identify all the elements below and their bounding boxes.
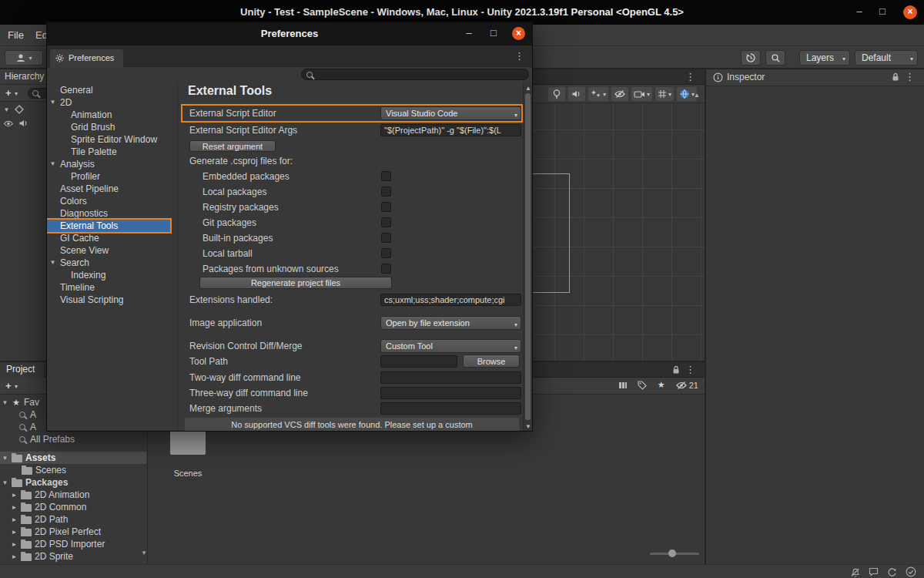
- tree-fav-item[interactable]: All Prefabs: [0, 433, 146, 445]
- lock-icon[interactable]: [672, 365, 680, 375]
- dialog-close-button[interactable]: ×: [512, 27, 525, 40]
- regenerate-project-files-button[interactable]: Regenerate project files: [199, 277, 392, 289]
- registry-packages-checkbox[interactable]: [381, 202, 391, 212]
- notifications-muted-icon[interactable]: [850, 567, 860, 577]
- scene-menu-button[interactable]: ⋮: [685, 70, 695, 84]
- thumbnail-zoom-slider[interactable]: [650, 553, 699, 555]
- prefs-nav-tile-palette[interactable]: Tile Palette: [47, 146, 177, 158]
- layers-dropdown[interactable]: Layers ▾: [799, 50, 850, 66]
- inspector-tab[interactable]: Inspector: [727, 69, 765, 86]
- tree-package-item[interactable]: 2D Sprite: [0, 550, 146, 563]
- tree-packages[interactable]: Packages: [0, 476, 146, 489]
- prefs-nav-general[interactable]: General: [47, 84, 177, 96]
- revision-control-dropdown[interactable]: Custom Tool ▾: [380, 339, 521, 353]
- scene-camera-button[interactable]: ▾: [631, 87, 652, 101]
- scene-lighting-button[interactable]: [548, 87, 565, 101]
- account-button[interactable]: ▾: [5, 50, 43, 66]
- dialog-menu-button[interactable]: ⋮: [514, 49, 524, 63]
- inspector-menu-button[interactable]: ⋮: [905, 70, 915, 84]
- local-tarball-checkbox[interactable]: [381, 248, 391, 258]
- tree-package-item[interactable]: 2D Pixel Perfect: [0, 526, 146, 538]
- scrollbar-thumb[interactable]: [525, 93, 531, 420]
- embedded-packages-checkbox[interactable]: [381, 171, 391, 181]
- foldout-open-icon[interactable]: [2, 399, 8, 406]
- tree-scenes[interactable]: Scenes: [0, 464, 146, 476]
- tree-package-item[interactable]: 2D Animation: [0, 489, 146, 501]
- foldout-open-icon[interactable]: [49, 96, 56, 109]
- project-menu-button[interactable]: ⋮: [685, 363, 695, 377]
- project-tab[interactable]: Project: [0, 362, 44, 378]
- message-icon[interactable]: [869, 567, 879, 576]
- settings-search-input[interactable]: [301, 69, 529, 80]
- window-maximize-button[interactable]: □: [875, 0, 890, 25]
- foldout-open-icon[interactable]: [3, 106, 10, 113]
- reset-argument-button[interactable]: Reset argument: [189, 140, 276, 152]
- foldout-open-icon[interactable]: [49, 158, 56, 170]
- foldout-open-icon[interactable]: [2, 455, 8, 462]
- local-packages-checkbox[interactable]: [381, 187, 391, 197]
- builtin-packages-checkbox[interactable]: [381, 233, 391, 243]
- hierarchy-tab[interactable]: Hierarchy: [5, 69, 44, 84]
- foldout-closed-icon[interactable]: [11, 541, 18, 548]
- scene-audio-button[interactable]: [568, 87, 585, 101]
- window-close-button[interactable]: ×: [903, 5, 917, 19]
- prefs-nav-indexing[interactable]: Indexing: [47, 269, 177, 281]
- extensions-field[interactable]: cs;uxml;uss;shader;compute;cgi: [380, 294, 521, 306]
- refresh-icon[interactable]: [887, 567, 897, 577]
- tool-path-field[interactable]: [380, 355, 457, 368]
- prefs-nav-timeline[interactable]: Timeline: [47, 281, 177, 294]
- image-application-dropdown[interactable]: Open by file extension ▾: [380, 316, 521, 330]
- prefs-nav-grid-brush[interactable]: Grid Brush: [47, 121, 177, 133]
- prefs-nav-asset-pipeline[interactable]: Asset Pipeline: [47, 183, 177, 195]
- tree-assets[interactable]: Assets: [0, 452, 146, 464]
- hidden-count-toggle[interactable]: 21: [676, 381, 698, 390]
- prefs-nav-search[interactable]: Search: [47, 257, 177, 269]
- two-way-diff-field[interactable]: [380, 371, 521, 384]
- tag-icon[interactable]: [638, 381, 647, 390]
- scroll-up-icon[interactable]: ▲: [524, 85, 533, 92]
- global-search-button[interactable]: [765, 50, 785, 66]
- prefs-nav-2d[interactable]: 2D: [47, 96, 177, 109]
- foldout-closed-icon[interactable]: [11, 504, 18, 511]
- prefs-nav-animation[interactable]: Animation: [47, 109, 177, 121]
- lock-icon[interactable]: [892, 72, 899, 82]
- browse-button[interactable]: Browse: [463, 355, 520, 368]
- chevron-down-icon[interactable]: ▾: [15, 90, 18, 97]
- args-field[interactable]: "$(ProjectPath)" -g "$(File)":$(L: [380, 124, 521, 136]
- prefs-nav-colors[interactable]: Colors: [47, 195, 177, 207]
- foldout-open-icon[interactable]: [49, 257, 56, 269]
- window-minimize-button[interactable]: –: [852, 0, 867, 25]
- slider-thumb[interactable]: [668, 549, 676, 557]
- foldout-closed-icon[interactable]: [11, 492, 18, 499]
- check-circle-icon[interactable]: [906, 566, 916, 577]
- columns-icon[interactable]: [618, 381, 628, 390]
- scroll-down-icon[interactable]: ▼: [524, 423, 533, 430]
- add-asset-button[interactable]: +: [5, 380, 12, 391]
- layout-dropdown[interactable]: Default ▾: [855, 50, 918, 66]
- three-way-diff-field[interactable]: [380, 387, 521, 399]
- scene-visibility-button[interactable]: [611, 87, 628, 101]
- tree-package-item[interactable]: 2D Path: [0, 513, 146, 526]
- chevron-down-icon[interactable]: ▾: [15, 383, 18, 390]
- foldout-open-icon[interactable]: [2, 479, 8, 486]
- dialog-minimize-button[interactable]: –: [461, 22, 477, 45]
- dialog-scrollbar[interactable]: ▲ ▼: [523, 82, 532, 432]
- prefs-nav-sprite-editor[interactable]: Sprite Editor Window: [47, 133, 177, 146]
- scene-effects-button[interactable]: ▾: [588, 87, 608, 101]
- foldout-closed-icon[interactable]: [11, 516, 18, 523]
- menu-file[interactable]: File: [8, 25, 24, 46]
- foldout-closed-icon[interactable]: [11, 529, 18, 536]
- script-editor-dropdown[interactable]: Visual Studio Code ▾: [380, 106, 521, 120]
- git-packages-checkbox[interactable]: [381, 217, 391, 227]
- scene-grid-button[interactable]: ▾: [655, 87, 674, 101]
- unknown-sources-checkbox[interactable]: [381, 264, 391, 274]
- star-icon[interactable]: ★: [657, 380, 666, 390]
- undo-history-button[interactable]: [741, 50, 761, 66]
- tree-package-item[interactable]: 2D PSD Importer: [0, 538, 146, 550]
- asset-item-scenes[interactable]: Scenes: [165, 428, 211, 478]
- foldout-closed-icon[interactable]: [11, 553, 18, 560]
- prefs-nav-scene-view[interactable]: Scene View: [47, 244, 177, 257]
- prefs-nav-visual-scripting[interactable]: Visual Scripting: [47, 294, 177, 306]
- prefs-nav-analysis[interactable]: Analysis: [47, 158, 177, 170]
- prefs-nav-diagnostics[interactable]: Diagnostics: [47, 207, 177, 220]
